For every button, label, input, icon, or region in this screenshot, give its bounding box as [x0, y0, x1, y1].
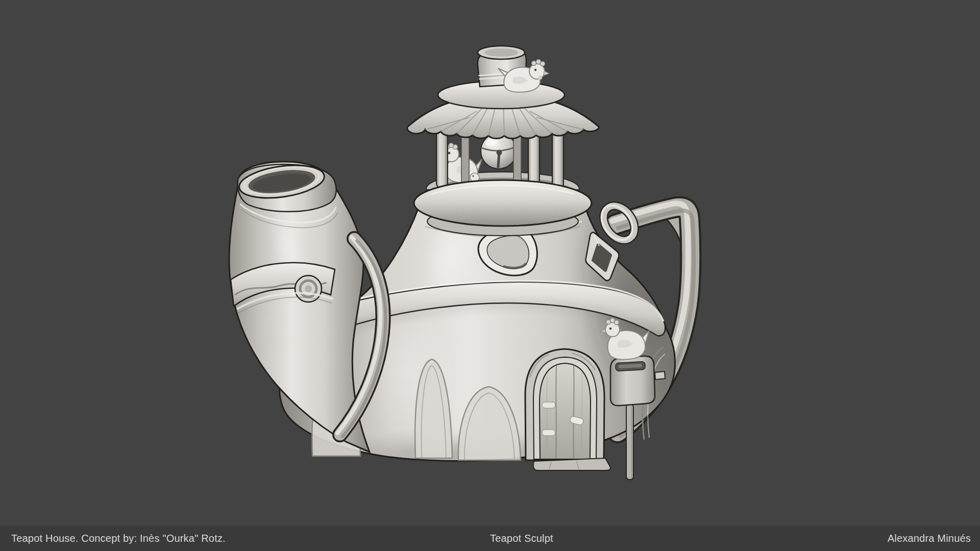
door — [525, 349, 610, 470]
gazebo-roof — [407, 81, 599, 138]
caption-right: Alexandra Minués — [888, 525, 971, 551]
render-viewport — [0, 0, 980, 525]
hen-eye — [609, 328, 612, 330]
hen-eye — [534, 69, 537, 71]
hen-beak — [544, 71, 549, 76]
hen-eye — [448, 152, 451, 155]
door-hinge — [542, 430, 555, 436]
door-hinge — [542, 402, 555, 408]
caption-bar: Teapot House. Concept by: Inès "Ourka" R… — [0, 525, 980, 551]
teapot-house-sculpt — [0, 0, 980, 525]
lid-gazebo — [407, 46, 599, 236]
caption-center: Teapot Sculpt — [490, 525, 553, 551]
render-canvas: Teapot House. Concept by: Inès "Ourka" R… — [0, 0, 980, 551]
caption-left: Teapot House. Concept by: Inès "Ourka" R… — [11, 525, 226, 551]
mailbox-flag — [655, 371, 665, 380]
balcony-rim — [414, 180, 592, 226]
